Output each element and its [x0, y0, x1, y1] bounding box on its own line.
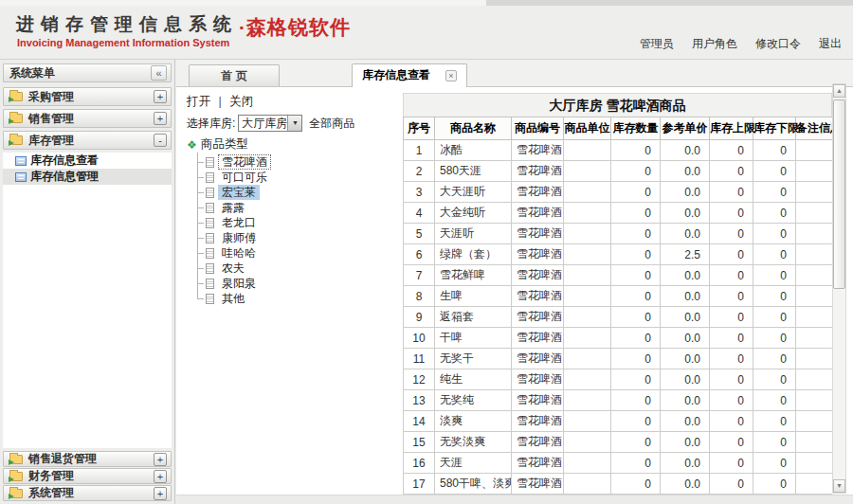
table-row[interactable]: 16天涯雪花啤酒00.000: [404, 453, 833, 474]
table-row[interactable]: 2580天涯雪花啤酒00.000: [404, 161, 833, 182]
table-row[interactable]: 9返箱套雪花啤酒00.000: [404, 307, 833, 328]
table-cell: 0: [611, 224, 661, 244]
expand-toggle-icon[interactable]: +: [154, 453, 167, 466]
sidebar-group-0[interactable]: 采购管理+: [3, 87, 172, 106]
table-row[interactable]: 3大天涯听雪花啤酒00.000: [404, 182, 833, 203]
table-cell: 5: [404, 224, 435, 244]
sidebar-group-2[interactable]: 库存管理-: [3, 131, 172, 150]
table-cell: 0: [753, 307, 796, 328]
column-header: 库存下限: [753, 117, 796, 140]
column-header: 参考单价: [661, 117, 710, 140]
table-cell: [796, 328, 833, 349]
sidebar-group-bottom-2[interactable]: 系统管理+: [3, 485, 172, 501]
close-link[interactable]: 关闭: [229, 95, 253, 108]
expand-toggle-icon[interactable]: -: [154, 134, 167, 147]
tools-row: 打开 | 关闭: [176, 87, 403, 110]
table-row[interactable]: 7雪花鲜啤雪花啤酒00.000: [404, 265, 833, 286]
table-cell: 0: [753, 369, 796, 390]
table-cell: 15: [404, 432, 435, 453]
table-row[interactable]: 17580干啤、淡爽雪花啤酒00.000: [404, 474, 833, 495]
tree-root[interactable]: ❖ 商品类型: [187, 136, 403, 153]
tree-item-1[interactable]: 可口可乐: [192, 170, 403, 185]
table-cell: 0: [753, 411, 796, 432]
table-cell: 0.0: [661, 328, 710, 349]
table-cell: 0: [710, 349, 753, 369]
table-cell: [796, 182, 833, 203]
sidebar-header: 系统菜单 «: [3, 63, 172, 82]
table-row[interactable]: 5天涯听雪花啤酒00.000: [404, 224, 833, 244]
tree-item-7[interactable]: 农夫: [192, 261, 403, 276]
sidebar-group-label: 系统管理: [28, 485, 74, 501]
expand-toggle-icon[interactable]: +: [154, 90, 167, 103]
tree-item-9[interactable]: 其他: [192, 291, 403, 306]
table-cell: 10: [404, 328, 435, 349]
table-row[interactable]: 11无奖干雪花啤酒00.000: [404, 349, 833, 369]
sidebar-group-1[interactable]: 销售管理+: [3, 109, 172, 128]
sidebar-item-label: 库存信息管理: [30, 169, 99, 185]
sidebar-group-bottom-0[interactable]: 销售退货管理+: [3, 451, 172, 467]
table-cell: 6: [404, 244, 435, 265]
expand-toggle-icon[interactable]: +: [154, 487, 167, 500]
table-cell: 2.5: [661, 244, 710, 265]
table-row[interactable]: 8生啤雪花啤酒00.000: [404, 286, 833, 307]
bottom-scrollbar-strip: [176, 495, 853, 504]
tab-1[interactable]: 库存信息查看×: [352, 63, 467, 87]
table-cell: 大天涯听: [435, 182, 512, 203]
table-cell: 雪花啤酒: [512, 411, 564, 432]
table-cell: 雪花啤酒: [512, 161, 564, 182]
tree-item-6[interactable]: 哇哈哈: [192, 245, 403, 261]
tree-item-8[interactable]: 泉阳泉: [192, 276, 403, 291]
tree-item-label: 其他: [218, 291, 248, 306]
sidebar-group-bottom-1[interactable]: 财务管理+: [3, 468, 172, 484]
warehouse-select[interactable]: 大厅库房 ▼: [238, 115, 302, 132]
table-row[interactable]: 10干啤雪花啤酒00.000: [404, 328, 833, 349]
scrollbar-thumb[interactable]: [833, 99, 845, 289]
table-cell: 冰酷: [435, 140, 512, 161]
tree-item-0[interactable]: 雪花啤酒: [192, 154, 403, 170]
tab-close-icon[interactable]: ×: [445, 70, 457, 81]
current-user-link[interactable]: 管理员: [640, 36, 674, 52]
change-password-link[interactable]: 修改口令: [755, 36, 801, 52]
table-cell: 0.0: [661, 307, 710, 328]
tree-item-2[interactable]: 宏宝莱: [192, 185, 403, 200]
all-goods-label: 全部商品: [309, 116, 354, 132]
table-row[interactable]: 15无奖淡爽雪花啤酒00.000: [404, 432, 833, 453]
sidebar-item-1[interactable]: 库存信息管理: [3, 169, 172, 185]
table-cell: 0: [753, 244, 796, 265]
table-cell: [564, 244, 611, 265]
table-row[interactable]: 12纯生雪花啤酒00.000: [404, 369, 833, 390]
chevron-down-icon[interactable]: ▼: [287, 116, 301, 131]
scroll-down-icon[interactable]: ▼: [833, 479, 845, 493]
scroll-up-icon[interactable]: ▲: [833, 84, 845, 98]
tab-0[interactable]: 首 页: [189, 64, 280, 86]
tree-item-3[interactable]: 露露: [192, 200, 403, 215]
vertical-scrollbar[interactable]: ▲ ▼: [832, 83, 846, 494]
table-cell: [564, 265, 611, 286]
expand-toggle-icon[interactable]: +: [154, 112, 167, 125]
table-cell: [796, 369, 833, 390]
tree-item-label: 宏宝莱: [218, 185, 260, 200]
table-row[interactable]: 13无奖纯雪花啤酒00.000: [404, 390, 833, 411]
document-icon: [206, 172, 214, 183]
sidebar-item-0[interactable]: 库存信息查看: [3, 153, 172, 169]
table-cell: [796, 411, 833, 432]
table-row[interactable]: 6绿牌（套）雪花啤酒02.500: [404, 244, 833, 265]
tree-item-4[interactable]: 老龙口: [192, 215, 403, 230]
table-cell: [796, 286, 833, 307]
tree-item-5[interactable]: 康师傅: [192, 230, 403, 245]
table-row[interactable]: 4大金纯听雪花啤酒00.000: [404, 203, 833, 224]
table-cell: 雪花鲜啤: [435, 265, 512, 286]
logout-link[interactable]: 退出: [819, 36, 842, 52]
table-cell: 0: [611, 411, 661, 432]
collapse-sidebar-icon[interactable]: «: [151, 65, 167, 81]
sidebar-group-label: 销售退货管理: [28, 451, 97, 467]
open-link[interactable]: 打开: [187, 95, 210, 108]
sidebar: 系统菜单 « 采购管理+销售管理+库存管理-库存信息查看库存信息管理 销售退货管…: [0, 60, 175, 504]
expand-toggle-icon[interactable]: +: [154, 470, 167, 483]
user-role-link[interactable]: 用户角色: [692, 36, 737, 52]
table-cell: 11: [404, 349, 435, 369]
table-cell: [796, 432, 833, 453]
table-title: 大厅库房 雪花啤酒商品: [403, 93, 832, 117]
table-row[interactable]: 1冰酷雪花啤酒00.000: [404, 140, 833, 161]
table-row[interactable]: 14淡爽雪花啤酒00.000: [404, 411, 833, 432]
